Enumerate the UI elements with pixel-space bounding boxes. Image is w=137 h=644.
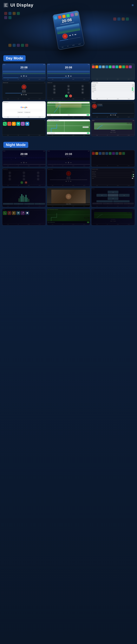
app-icon-msg[interactable] xyxy=(122,66,125,68)
night-prev-2[interactable]: ⏮ xyxy=(65,162,67,164)
night-auto-connect-toggle[interactable] xyxy=(132,176,134,177)
night-dir-right[interactable]: ► xyxy=(119,194,130,197)
night-cp-music[interactable]: 🎵 xyxy=(8,211,11,215)
play-btn[interactable]: ⏸ xyxy=(72,34,74,36)
app-icon-cam[interactable] xyxy=(112,66,115,68)
night-app-msg[interactable] xyxy=(122,152,125,155)
night-dialer-2[interactable]: 2 xyxy=(22,171,25,174)
night-dialer-6[interactable]: 6 xyxy=(37,174,40,177)
night-cp-msg[interactable]: 💬 xyxy=(25,211,29,215)
nav-auto-ag[interactable]: AUTO xyxy=(128,79,130,80)
day-prev-1[interactable]: ⏮ xyxy=(21,75,22,77)
day-prev-2[interactable]: ⏮ xyxy=(65,75,67,77)
nav-apps-ag[interactable]: APPS xyxy=(117,79,119,80)
night-end-btn[interactable]: 📵 xyxy=(24,181,28,184)
dialer-1[interactable]: 1 xyxy=(53,85,56,88)
auto-answer-toggle[interactable] xyxy=(132,88,134,89)
night-zoom-in[interactable]: + xyxy=(96,200,113,202)
dialer-5[interactable]: 5 xyxy=(67,88,70,91)
night-dialer-9[interactable]: 9 xyxy=(37,178,40,180)
night-dir-down[interactable]: ▼ xyxy=(108,197,118,200)
night-dialer-7[interactable]: 7 xyxy=(8,178,11,180)
app-icon-netflix[interactable] xyxy=(126,66,128,68)
app-icon-youtube[interactable] xyxy=(119,66,122,68)
google-search-bar[interactable] xyxy=(6,109,42,111)
nav-dial-d1[interactable]: DIAL xyxy=(7,79,9,80)
night-dialer-3[interactable]: 3 xyxy=(37,171,40,174)
end-call-btn[interactable]: 📵 xyxy=(69,94,72,97)
night-dir-up[interactable]: ▲ xyxy=(108,191,118,194)
night-ctrl-4[interactable]: FM xyxy=(35,203,45,205)
night-routing-go[interactable]: GO xyxy=(87,222,90,223)
bt-prev[interactable]: ⏮ xyxy=(21,94,22,96)
night-dir-center[interactable]: ○ xyxy=(108,194,118,197)
nav-auto[interactable]: AUTO xyxy=(78,44,81,45)
night-app-navi[interactable] xyxy=(116,152,118,155)
night-app-bt[interactable] xyxy=(106,152,108,155)
app-icon-music[interactable] xyxy=(92,66,95,68)
social-play[interactable]: ⏸ xyxy=(112,114,114,116)
nav-bt[interactable]: BT xyxy=(68,46,69,46)
nav-dial[interactable]: DIAL xyxy=(62,46,64,48)
night-ctrl-7[interactable]: AUX xyxy=(113,203,124,204)
night-call-btn[interactable]: 📞 xyxy=(20,181,23,184)
night-app-music[interactable] xyxy=(92,152,95,155)
app-icon-navi[interactable] xyxy=(116,66,118,68)
night-app-settings[interactable] xyxy=(102,152,105,155)
night-dialer-8[interactable]: 8 xyxy=(22,178,25,180)
night-ctrl-5[interactable]: BT xyxy=(92,203,102,204)
night-zoom-out[interactable]: − xyxy=(113,200,130,202)
carplay-music[interactable]: 🎵 xyxy=(8,122,11,126)
carplay-msg[interactable]: 💬 xyxy=(25,122,29,126)
social-next[interactable]: ⏭ xyxy=(115,114,116,116)
night-cp-phone[interactable]: 📞 xyxy=(3,211,7,215)
carplay-podcast[interactable]: 🎙 xyxy=(12,122,16,126)
night-app-radio[interactable] xyxy=(95,152,98,155)
night-bt-prev[interactable]: ⏮ xyxy=(66,180,67,182)
night-ctrl-3[interactable]: AUX xyxy=(24,203,34,205)
google-lucky-btn[interactable]: I'm Feeling Lucky xyxy=(24,112,31,113)
night-next-1[interactable]: ⏭ xyxy=(26,162,27,164)
bt-play[interactable]: ⏸ xyxy=(23,94,24,96)
night-ctrl-8[interactable]: FM xyxy=(124,203,134,204)
night-bt-play[interactable]: ⏸ xyxy=(68,180,69,182)
dialer-7[interactable]: 7 xyxy=(53,91,56,94)
day-play-1[interactable]: ⏸ xyxy=(23,75,25,77)
nav-apps-d1[interactable]: APPS xyxy=(28,79,30,80)
nav-icon[interactable]: ≡ xyxy=(132,3,134,7)
night-app-phone[interactable] xyxy=(109,152,112,155)
night-dialer-1[interactable]: 1 xyxy=(8,171,11,174)
nav-dial-ag[interactable]: DIAL xyxy=(96,79,98,80)
night-app-youtube[interactable] xyxy=(119,152,122,155)
dialer-6[interactable]: 6 xyxy=(81,88,84,91)
night-cp-siri[interactable]: 🎤 xyxy=(21,211,25,215)
night-prev-1[interactable]: ⏮ xyxy=(21,162,22,164)
night-dialer-4[interactable]: 4 xyxy=(8,174,11,177)
carplay-phone[interactable]: 📞 xyxy=(3,122,7,126)
bt-next[interactable]: ⏭ xyxy=(26,94,27,96)
night-power-toggle[interactable] xyxy=(132,178,134,179)
night-ctrl-6[interactable]: USB xyxy=(103,203,113,204)
day-next-1[interactable]: ⏭ xyxy=(26,75,27,77)
app-icon-bt[interactable] xyxy=(106,66,108,68)
nav-bt-d2[interactable]: BT xyxy=(62,79,63,80)
nav-auto-d1[interactable]: AUTO xyxy=(39,79,41,80)
app-icon-podcast[interactable] xyxy=(129,66,132,68)
app-icon-maps[interactable] xyxy=(99,66,102,68)
social-prev[interactable]: ⏮ xyxy=(110,114,112,116)
nav-bt-ag[interactable]: BT xyxy=(107,79,108,80)
night-auto-answer-toggle[interactable] xyxy=(132,174,134,175)
night-cp-maps[interactable]: 🗺 xyxy=(16,211,20,215)
map-go-btn[interactable]: GO xyxy=(87,114,90,116)
dialer-9[interactable]: 9 xyxy=(81,91,84,94)
night-cp-podcast[interactable]: 🎙 xyxy=(12,211,16,215)
night-dialer-5[interactable]: 5 xyxy=(22,174,25,177)
dialer-3[interactable]: 3 xyxy=(81,85,84,88)
nav-auto-d2[interactable]: AUTO xyxy=(83,79,85,80)
dialer-2[interactable]: 2 xyxy=(67,85,70,88)
day-play-2[interactable]: ⏸ xyxy=(68,75,70,77)
call-btn[interactable]: 📞 xyxy=(65,94,68,97)
night-app-maps[interactable] xyxy=(99,152,102,155)
nav-dial-d2[interactable]: DIAL xyxy=(52,79,54,80)
app-icon-phone[interactable] xyxy=(109,66,112,68)
